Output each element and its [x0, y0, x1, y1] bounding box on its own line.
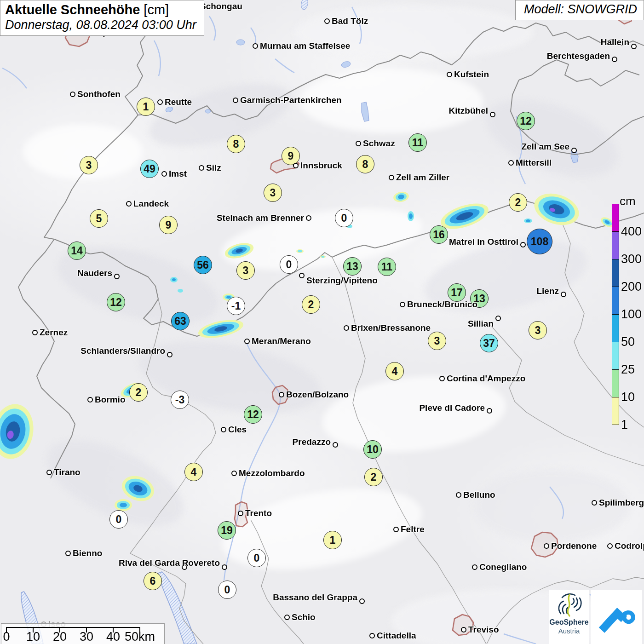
city-dot-icon — [389, 175, 394, 180]
legend-color-segment — [612, 315, 619, 342]
legend: cm 4003002001005025101 — [612, 190, 644, 439]
city-label: Tirano — [54, 467, 80, 477]
city-dot-icon — [161, 171, 167, 177]
city-label: Bassano del Grappa — [273, 592, 357, 603]
station-marker: 3 — [236, 261, 255, 280]
station-marker: 11 — [408, 133, 427, 152]
station-marker: 12 — [107, 293, 125, 311]
city-dot-icon — [238, 511, 243, 516]
city-label: Matrei in Osttirol — [449, 237, 518, 247]
city-label: Steinach am Brenner — [217, 213, 304, 223]
station-marker: 2 — [364, 468, 383, 486]
city-label: Pieve di Cadore — [419, 403, 485, 413]
city-dot-icon — [508, 160, 514, 166]
city-label: Bormio — [95, 395, 126, 405]
city-label: Brixen/Bressanone — [351, 323, 431, 333]
legend-color-bar — [612, 204, 619, 425]
city-label: Sillian — [468, 319, 494, 329]
station-marker: 12 — [517, 112, 535, 130]
city-dot-icon — [299, 273, 305, 278]
legend-tick-label: 100 — [621, 307, 642, 322]
map-title: Aktuelle Schneehöhe [cm] — [5, 2, 196, 17]
station-marker: 5 — [90, 209, 108, 228]
city-dot-icon — [306, 215, 311, 221]
city-dot-icon — [592, 500, 597, 506]
city-label: Zernez — [40, 328, 68, 338]
city-label: Imst — [169, 169, 187, 179]
city-dot-icon — [393, 527, 399, 532]
legend-tick-label: 10 — [621, 390, 635, 404]
city-dot-icon — [284, 615, 290, 620]
city-label: Bad Tölz — [332, 16, 368, 26]
city-label: Meran/Merano — [252, 336, 311, 346]
geosphere-contours-icon — [554, 592, 584, 617]
scale-bar-label: 30 — [80, 630, 93, 644]
station-marker: 6 — [144, 572, 162, 590]
station-marker: 8 — [356, 155, 374, 173]
station-marker: -3 — [171, 391, 189, 409]
city-label: Bruneck/Brunico — [407, 299, 477, 310]
legend-color-segment — [612, 397, 619, 425]
city-dot-icon — [561, 292, 566, 297]
city-dot-icon — [520, 242, 526, 247]
scale-bar-label: 10 — [26, 630, 40, 644]
scale-bar-label: 50km — [125, 630, 155, 644]
city-dot-icon — [157, 99, 163, 105]
city-label: Bienno — [73, 548, 102, 558]
city-dot-icon — [369, 633, 375, 638]
city-dot-icon — [607, 543, 613, 549]
station-marker: 0 — [109, 510, 128, 529]
city-label: Garmisch-Partenkirchen — [240, 95, 342, 105]
city-dot-icon — [487, 408, 492, 414]
city-dot-icon — [253, 43, 258, 49]
station-marker: 49 — [140, 160, 159, 178]
city-dot-icon — [333, 442, 338, 448]
city-label: Berchtesgaden — [547, 51, 610, 61]
city-dot-icon — [544, 543, 549, 549]
city-label: Landeck — [133, 199, 169, 209]
city-dot-icon — [221, 427, 226, 432]
city-label: Bozen/Bolzano — [286, 390, 349, 400]
station-marker: 19 — [218, 521, 236, 540]
map-title-text: Aktuelle Schneehöhe — [5, 2, 140, 17]
city-label: Silz — [206, 163, 221, 173]
station-marker: 12 — [244, 405, 262, 424]
city-dot-icon — [167, 352, 172, 357]
station-marker: 11 — [378, 258, 396, 276]
station-marker: 3 — [264, 184, 282, 202]
legend-color-segment — [612, 287, 619, 315]
station-marker: 9 — [282, 147, 300, 165]
legend-tick-label: 300 — [621, 252, 642, 266]
city-dot-icon — [87, 397, 93, 402]
city-label: Zell am Ziller — [396, 172, 449, 183]
city-label: Murnau am Staffelsee — [260, 41, 350, 51]
scale-bar-line — [6, 627, 140, 628]
scale-bar-label: 0 — [3, 630, 10, 644]
city-label: Trento — [245, 508, 272, 518]
station-marker: 13 — [343, 257, 362, 276]
city-label: Kufstein — [454, 69, 489, 80]
city-label: Conegliano — [479, 562, 527, 572]
legend-color-segment — [612, 204, 619, 232]
city-label: Belluno — [463, 490, 495, 500]
mountain-snow-icon — [596, 599, 637, 635]
station-marker: 9 — [159, 216, 178, 234]
scale-bar-label: 20 — [53, 630, 67, 644]
legend-unit-label: cm — [620, 194, 636, 208]
station-marker: 1 — [137, 98, 155, 116]
city-label: Nauders — [77, 268, 112, 278]
station-marker: -1 — [227, 297, 245, 315]
city-dot-icon — [631, 44, 637, 49]
legend-tick-label: 25 — [621, 362, 635, 377]
city-dot-icon — [571, 148, 577, 153]
station-marker: 8 — [227, 135, 245, 153]
legend-color-segment — [612, 259, 619, 287]
city-dot-icon — [293, 163, 299, 168]
city-label: Reutte — [165, 97, 192, 107]
city-label: Lienz — [536, 286, 559, 296]
city-label: Cles — [228, 425, 247, 435]
station-marker: 4 — [385, 362, 404, 380]
geosphere-logo-name: GeoSphere — [549, 618, 588, 627]
city-dot-icon — [199, 165, 204, 171]
snowgrid-logo — [591, 590, 642, 644]
